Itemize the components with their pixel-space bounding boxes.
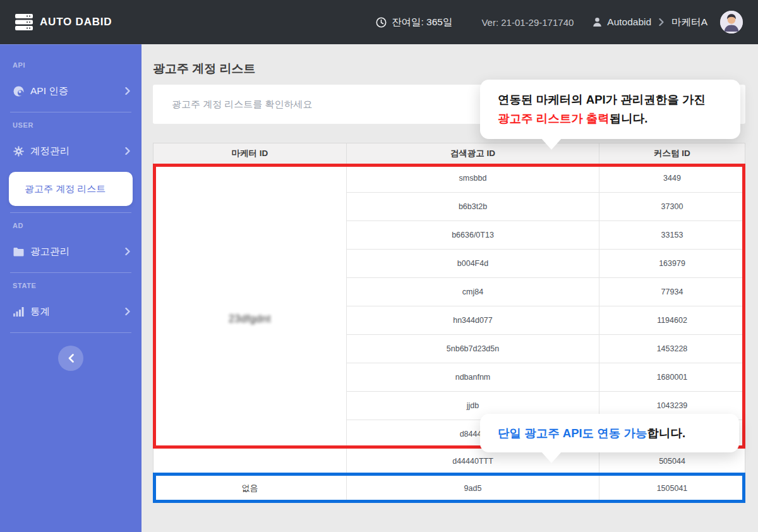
custom-id-cell: 163979 — [599, 250, 745, 278]
masked-value: 23dfgdnt — [229, 313, 271, 325]
notice-text: 광고주 계정 리스트를 확인하세요 — [172, 99, 313, 111]
sidebar: API API 인증 USER 계정관리 — [0, 44, 141, 532]
custom-id-cell: 37300 — [599, 193, 745, 221]
chevron-right-icon — [125, 248, 130, 255]
sidebar-item-label: 광고관리 — [30, 245, 69, 258]
chevron-right-icon — [125, 147, 130, 155]
sidebar-item-label: 통계 — [30, 305, 50, 318]
search-ad-id-cell: b6b3t2b — [346, 193, 599, 221]
main-content: 광고주 계정 리스트 광고주 계정 리스트를 확인하세요 마케터 ID 검색광고… — [141, 44, 758, 532]
tooltip-tail — [541, 451, 562, 463]
tooltip-highlight-text: 광고주 리스트가 출력 — [498, 112, 610, 125]
tooltip-tail — [541, 138, 562, 150]
sidebar-item-label: 광고주 계정 리스트 — [25, 183, 105, 195]
version-label: Ver: 21-01-29-171740 — [481, 17, 574, 28]
bar-chart-icon — [13, 306, 24, 317]
app-logo[interactable]: AUTO DABID — [15, 14, 112, 30]
sidebar-item-label: API 인증 — [30, 85, 68, 98]
custom-id-cell: 77934 — [599, 278, 745, 306]
custom-id-cell: 3449 — [599, 164, 745, 193]
sidebar-collapse-button[interactable] — [58, 346, 83, 371]
api-circle-icon — [13, 85, 24, 97]
topbar: AUTO DABID 잔여일: 365일 Ver: 21-01-29-17174… — [0, 0, 758, 44]
custom-id-cell: 1453228 — [599, 335, 745, 363]
sidebar-item-account-management[interactable]: 계정관리 — [0, 136, 141, 166]
app-title: AUTO DABID — [40, 16, 112, 28]
avatar[interactable] — [720, 11, 743, 33]
tooltip-text: 됩니다. — [610, 112, 648, 125]
chevron-right-icon — [659, 18, 664, 26]
user-menu[interactable]: Autodabid 마케터A — [593, 11, 743, 33]
chevron-left-icon — [68, 354, 74, 363]
sidebar-divider — [10, 112, 131, 112]
sidebar-item-ad-management[interactable]: 광고관리 — [0, 237, 141, 266]
search-ad-id-cell: b004F4d — [346, 250, 599, 278]
person-icon — [593, 17, 602, 27]
sidebar-section-ad: AD — [13, 222, 129, 229]
column-header-custom-id: 커스텀 ID — [599, 143, 745, 164]
marketer-id-none-cell: 없음 — [153, 474, 346, 503]
search-ad-id-cell: ndbanfnm — [346, 363, 599, 392]
custom-id-cell: 1505041 — [599, 474, 745, 503]
marketer-id-merged-cell: 23dfgdnt — [153, 164, 346, 474]
sidebar-divider — [10, 212, 131, 213]
page-title: 광고주 계정 리스트 — [153, 61, 750, 76]
tooltip-text: 합니다. — [647, 426, 685, 440]
folder-icon — [13, 246, 24, 257]
custom-id-cell: 1194602 — [599, 306, 745, 335]
custom-id-cell: 505044 — [599, 449, 745, 474]
search-ad-id-cell: 5nb6b7d23d5n — [346, 335, 599, 363]
custom-id-cell: 33153 — [599, 221, 745, 250]
server-stack-icon — [15, 14, 33, 30]
sidebar-divider — [10, 272, 131, 273]
search-ad-id-cell: b6636/0T13 — [346, 221, 599, 250]
tooltip-single-advertiser-api: 단일 광고주 API도 연동 가능합니다. — [480, 414, 739, 452]
sidebar-divider — [10, 332, 131, 333]
sidebar-section-api: API — [13, 61, 129, 69]
sidebar-section-user: USER — [13, 121, 129, 129]
search-ad-id-cell: hn344d077 — [346, 306, 599, 335]
remaining-days: 잔여일: 365일 — [376, 16, 452, 29]
profile-label: 마케터A — [671, 16, 707, 29]
search-ad-id-cell: cmj84 — [346, 278, 599, 306]
sidebar-item-api-auth[interactable]: API 인증 — [0, 76, 141, 106]
clock-icon — [376, 17, 387, 28]
chevron-right-icon — [125, 87, 130, 95]
sidebar-item-advertiser-list[interactable]: 광고주 계정 리스트 — [9, 172, 133, 206]
tooltip-linked-advertiser-list: 연동된 마케터의 API가 관리권한을 가진 광고주 리스트가 출력됩니다. — [480, 80, 740, 139]
custom-id-cell: 1680001 — [599, 363, 745, 392]
chevron-right-icon — [125, 308, 130, 315]
search-ad-id-cell: 9ad5 — [346, 474, 599, 503]
search-ad-id-cell: smsbbd — [346, 164, 599, 193]
gear-icon — [13, 145, 24, 157]
sidebar-item-label: 계정관리 — [30, 145, 69, 158]
remaining-days-label: 잔여일: 365일 — [392, 16, 452, 29]
tooltip-text: 연동된 마케터의 API가 관리권한을 가진 — [498, 93, 706, 106]
username-label: Autodabid — [607, 16, 651, 28]
tooltip-highlight-text: 단일 광고주 API도 연동 가능 — [498, 426, 647, 440]
column-header-marketer-id: 마케터 ID — [153, 143, 346, 164]
sidebar-section-state: STATE — [13, 282, 129, 289]
sidebar-item-statistics[interactable]: 통계 — [0, 297, 141, 326]
